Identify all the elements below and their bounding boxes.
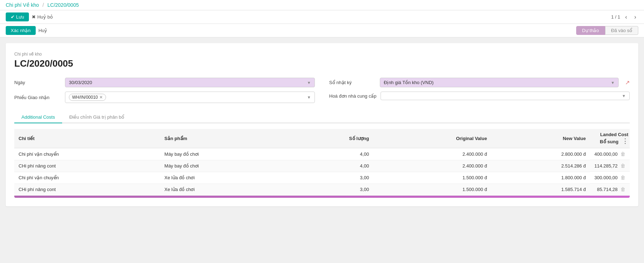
confirm-button[interactable]: Xác nhận — [6, 26, 36, 35]
cell-new-value: 2.800.000 đ — [491, 148, 590, 160]
breadcrumb-bar: Chi phí Về kho / LC/2020/0005 — [0, 0, 644, 10]
date-dropdown-arrow: ▼ — [307, 81, 311, 85]
cell-so-luong: 4,00 — [288, 160, 373, 172]
cell-original-value: 1.500.000 đ — [373, 184, 492, 195]
journal-input[interactable]: Định giá Tồn kho (VND) ▼ — [380, 78, 619, 87]
col-san-pham: Sản phẩm — [160, 129, 288, 148]
date-label: Ngày — [14, 80, 61, 85]
save-button[interactable]: ✔ Lưu — [6, 12, 29, 21]
cell-landed-cost: 85.714,28 🗑 — [590, 184, 630, 195]
bottom-bar — [14, 196, 630, 198]
table-row: CHi phí nâng cont Máy bay đồ chơi 4,00 2… — [14, 160, 630, 172]
breadcrumb: Chi phí Về kho / LC/2020/0005 — [6, 2, 79, 8]
breadcrumb-parent[interactable]: Chi phí Về kho — [6, 2, 39, 8]
journal-row: Sổ nhật ký Định giá Tồn kho (VND) ▼ ↗ — [329, 78, 630, 87]
external-link-icon[interactable]: ↗ — [625, 79, 630, 86]
col-so-luong: Số lượng — [288, 129, 373, 148]
cell-new-value: 1.800.000 đ — [491, 172, 590, 184]
vendor-receipt-label: Phiếu Giao nhận — [14, 95, 61, 100]
form-right: Sổ nhật ký Định giá Tồn kho (VND) ▼ ↗ Ho… — [329, 78, 630, 103]
cell-landed-cost: 114.285,72 🗑 — [590, 160, 630, 172]
vendor-bill-label: Hoá đơn nhà cung cấp — [329, 93, 376, 99]
check-icon: ✔ — [11, 14, 15, 20]
x-icon: ✖ — [32, 14, 36, 20]
cell-so-luong: 4,00 — [288, 148, 373, 160]
vendor-receipt-tag-close[interactable]: ✕ — [99, 95, 103, 100]
cell-chi-tiet: Chi phí vận chuyển — [14, 172, 160, 184]
table-header: Chi tiết Sản phẩm Số lượng Original Valu… — [14, 129, 630, 148]
main-content: Chi phí về kho LC/2020/0005 Ngày 30/03/2… — [6, 43, 638, 206]
col-chi-tiet: Chi tiết — [14, 129, 160, 148]
cell-san-pham: Xe lửa đồ chơi — [160, 184, 288, 195]
cell-san-pham: Máy bay đồ chơi — [160, 160, 288, 172]
col-new-value: New Value — [491, 129, 590, 148]
form-title-label: Chi phí về kho — [14, 52, 630, 57]
tab-adjust-value[interactable]: Điều chỉnh Giá trị phân bổ — [62, 112, 131, 123]
table-row: Chi phí vận chuyển Máy bay đồ chơi 4,00 … — [14, 148, 630, 160]
action-bar: ✔ Lưu ✖ Huỷ bỏ 1 / 1 ‹ › — [0, 10, 644, 24]
vendor-bill-dropdown-arrow: ▼ — [622, 94, 626, 98]
delete-row-icon[interactable]: 🗑 — [620, 175, 625, 180]
breadcrumb-current: LC/2020/0005 — [47, 2, 79, 8]
breadcrumb-separator: / — [42, 2, 44, 8]
cell-chi-tiet: CHi phí nâng cont — [14, 184, 160, 195]
delete-row-icon[interactable]: 🗑 — [620, 151, 625, 157]
table-row: Chi phí vận chuyển Xe lửa đồ chơi 3,00 1… — [14, 172, 630, 184]
cell-so-luong: 3,00 — [288, 184, 373, 195]
data-table: Chi tiết Sản phẩm Số lượng Original Valu… — [14, 129, 630, 196]
vendor-receipt-dropdown-arrow: ▼ — [307, 95, 311, 99]
cell-landed-cost: 400.000,00 🗑 — [590, 148, 630, 160]
date-row: Ngày 30/03/2020 ▼ — [14, 78, 315, 87]
status-posted-button[interactable]: Đã vào sổ — [605, 26, 638, 35]
status-bar: Dự thảo Đã vào sổ — [576, 26, 638, 35]
confirm-bar-left: Xác nhận Huỷ — [6, 26, 47, 35]
status-draft-button[interactable]: Dự thảo — [576, 26, 605, 35]
cancel-button[interactable]: ✖ Huỷ bỏ — [32, 14, 52, 20]
cell-original-value: 1.500.000 đ — [373, 172, 492, 184]
action-bar-right: 1 / 1 ‹ › — [611, 13, 638, 21]
huy-button[interactable]: Huỷ — [39, 28, 47, 33]
cell-chi-tiet: CHi phí nâng cont — [14, 160, 160, 172]
prev-button[interactable]: ‹ — [623, 13, 629, 21]
action-bar-left: ✔ Lưu ✖ Huỷ bỏ — [6, 12, 53, 21]
cell-original-value: 2.400.000 đ — [373, 160, 492, 172]
tab-additional-costs[interactable]: Additional Costs — [14, 112, 62, 123]
cell-san-pham: Xe lửa đồ chơi — [160, 172, 288, 184]
vendor-receipt-row: Phiếu Giao nhận WH/IN/00010 ✕ ▼ — [14, 92, 315, 103]
delete-row-icon[interactable]: 🗑 — [620, 186, 625, 192]
journal-dropdown-arrow: ▼ — [611, 81, 615, 85]
table-body: Chi phí vận chuyển Máy bay đồ chơi 4,00 … — [14, 148, 630, 196]
cell-original-value: 2.400.000 đ — [373, 148, 492, 160]
form-title: LC/2020/0005 — [14, 58, 630, 69]
table-menu-icon[interactable]: ⋮ — [622, 138, 628, 145]
table-row: CHi phí nâng cont Xe lửa đồ chơi 3,00 1.… — [14, 184, 630, 195]
vendor-bill-input[interactable]: ▼ — [381, 92, 630, 100]
cell-landed-cost: 300.000,00 🗑 — [590, 172, 630, 184]
pagination-label: 1 / 1 — [611, 14, 620, 20]
form-grid: Ngày 30/03/2020 ▼ Phiếu Giao nhận WH/IN/… — [14, 78, 630, 103]
vendor-bill-row: Hoá đơn nhà cung cấp ▼ — [329, 92, 630, 100]
cell-so-luong: 3,00 — [288, 172, 373, 184]
tabs: Additional Costs Điều chỉnh Giá trị phân… — [14, 112, 630, 123]
journal-label: Sổ nhật ký — [329, 80, 376, 85]
next-button[interactable]: › — [632, 13, 638, 21]
date-input[interactable]: 30/03/2020 ▼ — [65, 78, 315, 87]
confirm-bar: Xác nhận Huỷ Dự thảo Đã vào sổ — [0, 24, 644, 37]
col-landed-cost: Landed Cost Bổ sung ⋮ — [590, 129, 630, 148]
cell-new-value: 2.514.286 đ — [491, 160, 590, 172]
vendor-receipt-input[interactable]: WH/IN/00010 ✕ ▼ — [65, 92, 315, 103]
vendor-receipt-tag: WH/IN/00010 ✕ — [69, 94, 106, 101]
cell-new-value: 1.585.714 đ — [491, 184, 590, 195]
delete-row-icon[interactable]: 🗑 — [620, 163, 625, 169]
col-original-value: Original Value — [373, 129, 492, 148]
cell-chi-tiet: Chi phí vận chuyển — [14, 148, 160, 160]
cell-san-pham: Máy bay đồ chơi — [160, 148, 288, 160]
form-left: Ngày 30/03/2020 ▼ Phiếu Giao nhận WH/IN/… — [14, 78, 315, 103]
